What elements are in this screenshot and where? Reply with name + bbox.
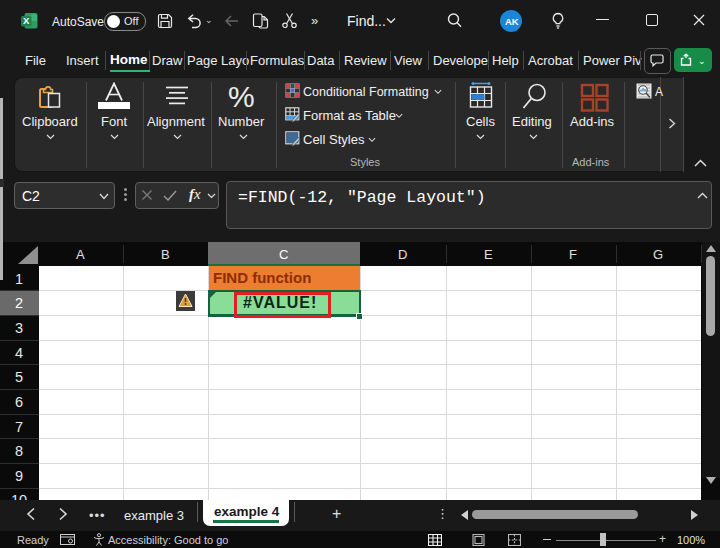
svg-text:X: X: [23, 15, 30, 26]
